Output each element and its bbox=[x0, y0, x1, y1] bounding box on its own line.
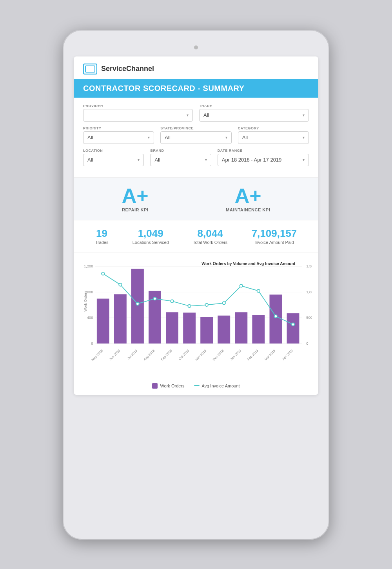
svg-text:Apr 2019: Apr 2019 bbox=[281, 348, 294, 360]
legend-line-avg-invoice bbox=[194, 385, 200, 386]
bar-feb2019 bbox=[252, 315, 265, 343]
repair-kpi: A+ REPAIR KPI bbox=[122, 185, 149, 212]
svg-text:400: 400 bbox=[87, 316, 93, 320]
stats-section: 19 Trades 1,049 Locations Serviced 8,044… bbox=[74, 220, 318, 253]
bar-sep2018 bbox=[166, 312, 178, 344]
tablet-frame: ServiceChannel CONTRACTOR SCORECARD - SU… bbox=[63, 30, 329, 540]
filter-brand: BRAND All ▾ bbox=[150, 149, 211, 166]
dot-oct bbox=[188, 304, 191, 307]
location-chevron: ▾ bbox=[138, 158, 140, 162]
legend-work-orders: Work Orders bbox=[152, 383, 184, 389]
legend-label-avg-invoice: Avg Invoice Amount bbox=[202, 384, 240, 388]
filter-priority: PRIORITY All ▾ bbox=[83, 126, 154, 144]
maintenance-kpi: A+ MAINTAINENCE KPI bbox=[226, 185, 270, 212]
priority-value: All bbox=[87, 135, 93, 140]
page-title: CONTRACTOR SCORECARD - SUMMARY bbox=[83, 84, 245, 93]
title-bar: CONTRACTOR SCORECARD - SUMMARY bbox=[74, 79, 318, 98]
stat-invoice: 7,109,157 Invoice Amount Paid bbox=[252, 228, 297, 245]
bar-jan2019 bbox=[235, 312, 247, 344]
dot-jun bbox=[119, 283, 122, 286]
filter-provider: PROVIDER ▾ bbox=[83, 104, 193, 122]
chart-container: 1,200 800 400 0 1,500 1,000 500 0 Work O… bbox=[80, 261, 312, 378]
bar-jul2018 bbox=[131, 269, 144, 343]
location-value: All bbox=[87, 157, 93, 163]
priority-select[interactable]: All ▾ bbox=[83, 131, 154, 144]
bar-may2018 bbox=[97, 298, 109, 343]
dot-sep bbox=[171, 300, 174, 303]
state-chevron: ▾ bbox=[225, 135, 227, 140]
trade-chevron: ▾ bbox=[303, 113, 305, 117]
filter-row-3: LOCATION All ▾ BRAND All ▾ DATE RANGE bbox=[83, 149, 309, 166]
svg-text:Dec 2018: Dec 2018 bbox=[212, 348, 225, 361]
category-value: All bbox=[242, 135, 248, 140]
brand-select[interactable]: All ▾ bbox=[150, 154, 211, 166]
trade-label: TRADE bbox=[199, 104, 309, 108]
locations-label: Locations Serviced bbox=[132, 240, 169, 245]
trades-value: 19 bbox=[95, 228, 109, 238]
priority-label: PRIORITY bbox=[83, 126, 154, 130]
svg-text:Mar 2019: Mar 2019 bbox=[264, 348, 276, 361]
brand-value: All bbox=[154, 157, 160, 163]
trades-label: Trades bbox=[95, 240, 109, 245]
dot-feb bbox=[257, 289, 260, 293]
date-range-value: Apr 18 2018 - Apr 17 2019 bbox=[222, 157, 282, 163]
bar-mar2019 bbox=[270, 294, 282, 344]
filters-section: PROVIDER ▾ TRADE All ▾ PRIORIT bbox=[74, 98, 318, 174]
priority-chevron: ▾ bbox=[148, 135, 150, 140]
filter-row-2: PRIORITY All ▾ STATE/PROVINCE All ▾ CATE… bbox=[83, 126, 309, 144]
svg-rect-1 bbox=[85, 66, 95, 72]
date-range-label: DATE RANGE bbox=[218, 149, 309, 153]
kpi-section: A+ REPAIR KPI A+ MAINTAINENCE KPI bbox=[74, 177, 318, 220]
svg-text:Work Orders by Volume and Avg : Work Orders by Volume and Avg Invoice Am… bbox=[201, 262, 295, 266]
app-header: ServiceChannel bbox=[74, 56, 318, 79]
location-label: LOCATION bbox=[83, 149, 144, 153]
bar-apr2019 bbox=[287, 313, 299, 344]
location-select[interactable]: All ▾ bbox=[83, 154, 144, 166]
dot-jul bbox=[136, 302, 139, 305]
filter-trade: TRADE All ▾ bbox=[199, 104, 309, 122]
dot-nov bbox=[205, 303, 208, 306]
svg-text:Aug 2018: Aug 2018 bbox=[143, 348, 156, 361]
dot-aug bbox=[153, 297, 156, 300]
svg-text:1,200: 1,200 bbox=[84, 264, 93, 268]
chart-svg: 1,200 800 400 0 1,500 1,000 500 0 Work O… bbox=[80, 261, 312, 378]
svg-text:May 2018: May 2018 bbox=[91, 348, 103, 361]
date-range-select[interactable]: Apr 18 2018 - Apr 17 2019 ▾ bbox=[218, 154, 309, 166]
app-logo-text: ServiceChannel bbox=[101, 65, 154, 73]
svg-text:Sep 2018: Sep 2018 bbox=[160, 348, 173, 361]
filter-row-1: PROVIDER ▾ TRADE All ▾ bbox=[83, 104, 309, 122]
filter-category: CATEGORY All ▾ bbox=[238, 126, 309, 144]
brand-label: BRAND bbox=[150, 149, 211, 153]
svg-text:Jan 2019: Jan 2019 bbox=[229, 348, 242, 361]
state-select[interactable]: All ▾ bbox=[160, 131, 231, 144]
dot-may bbox=[102, 272, 105, 275]
dot-jan bbox=[240, 284, 243, 287]
svg-text:Feb 2019: Feb 2019 bbox=[247, 348, 259, 361]
provider-chevron: ▾ bbox=[187, 113, 189, 117]
svg-text:Jun 2018: Jun 2018 bbox=[109, 348, 121, 361]
svg-text:Work Orders: Work Orders bbox=[83, 291, 87, 311]
brand-chevron: ▾ bbox=[205, 158, 207, 162]
tablet-screen: ServiceChannel CONTRACTOR SCORECARD - SU… bbox=[74, 56, 318, 395]
svg-text:1,500: 1,500 bbox=[306, 264, 312, 268]
date-range-chevron: ▾ bbox=[303, 158, 305, 162]
maintenance-kpi-grade: A+ bbox=[226, 185, 270, 206]
bar-jun2018 bbox=[114, 294, 127, 344]
category-select[interactable]: All ▾ bbox=[238, 131, 309, 144]
provider-select[interactable]: ▾ bbox=[83, 109, 193, 122]
locations-value: 1,049 bbox=[132, 228, 169, 238]
trade-select[interactable]: All ▾ bbox=[199, 109, 309, 122]
svg-text:Oct 2018: Oct 2018 bbox=[178, 348, 190, 360]
provider-label: PROVIDER bbox=[83, 104, 193, 108]
work-orders-label: Total Work Orders bbox=[193, 240, 227, 245]
stat-trades: 19 Trades bbox=[95, 228, 109, 245]
chart-section: 1,200 800 400 0 1,500 1,000 500 0 Work O… bbox=[74, 253, 318, 395]
dot-dec bbox=[223, 302, 226, 305]
stat-work-orders: 8,044 Total Work Orders bbox=[193, 228, 227, 245]
svg-text:1,000: 1,000 bbox=[306, 290, 312, 294]
filter-state: STATE/PROVINCE All ▾ bbox=[160, 126, 231, 144]
invoice-label: Invoice Amount Paid bbox=[252, 240, 297, 245]
category-label: CATEGORY bbox=[238, 126, 309, 130]
svg-text:0: 0 bbox=[306, 341, 308, 345]
dot-apr bbox=[292, 323, 295, 326]
